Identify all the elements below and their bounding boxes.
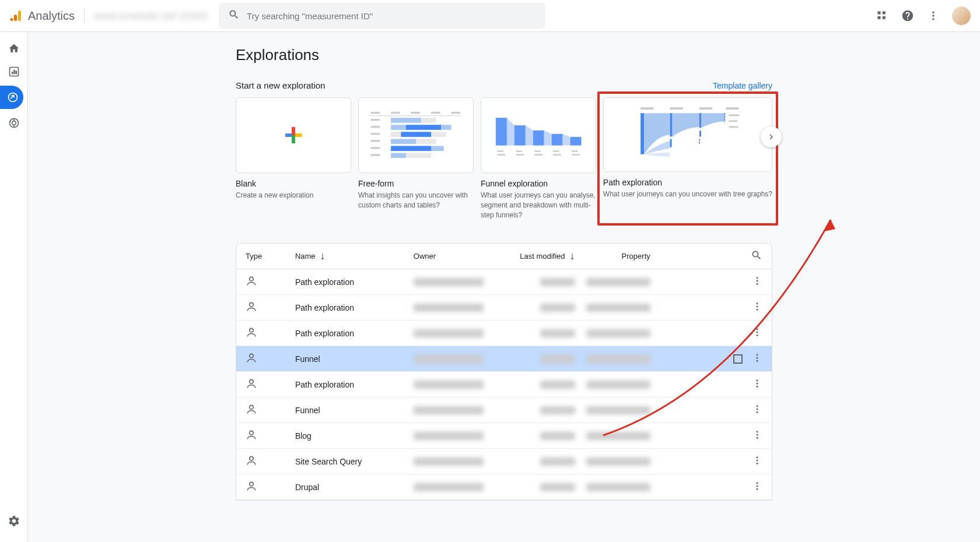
svg-rect-0 [18,10,21,21]
apps-icon[interactable] [875,9,889,23]
svg-point-8 [932,15,934,16]
property-selector[interactable]: www.example.net (GA4) [94,10,207,22]
header-actions [875,6,971,25]
svg-rect-6 [883,16,886,19]
svg-point-7 [932,12,934,13]
help-icon[interactable] [901,9,915,23]
user-avatar[interactable] [952,6,971,25]
logo-text: Analytics [28,9,75,23]
svg-point-2 [10,18,13,21]
svg-point-9 [932,18,934,20]
logo-section: Analytics [9,9,85,23]
search-input[interactable] [247,11,536,21]
more-vert-icon[interactable] [926,9,940,23]
app-header: Analytics www.example.net (GA4) [0,0,980,32]
search-icon [228,9,240,23]
svg-rect-5 [878,16,881,19]
svg-rect-1 [14,15,17,21]
svg-rect-4 [883,12,886,15]
svg-rect-3 [878,12,881,15]
search-bar[interactable] [219,3,545,29]
analytics-logo-icon [9,9,23,23]
